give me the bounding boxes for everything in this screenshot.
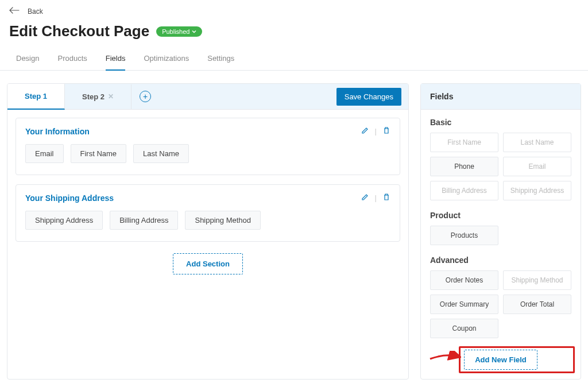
separator: | [375, 127, 377, 136]
fields-panel: Fields Basic First Name Last Name Phone … [420, 83, 581, 380]
field-chip-billing-address[interactable]: Billing Address [110, 211, 178, 230]
trash-icon[interactable] [382, 193, 390, 203]
separator: | [375, 194, 377, 202]
tab-settings[interactable]: Settings [207, 48, 234, 70]
page-title: Edit Checkout Page [9, 22, 149, 40]
panel-chip-billing-address: Billing Address [430, 181, 498, 200]
edit-icon[interactable] [361, 126, 369, 136]
panel-chip-products[interactable]: Products [430, 226, 498, 245]
panel-title: Fields [421, 84, 581, 110]
tab-products[interactable]: Products [57, 48, 87, 70]
add-new-field-button[interactable]: Add New Field [464, 350, 537, 370]
panel-chip-shipping-method: Shipping Method [503, 270, 571, 290]
add-step-button[interactable]: + [131, 91, 159, 102]
tab-optimizations[interactable]: Optimizations [144, 48, 189, 70]
edit-icon[interactable] [361, 193, 369, 203]
back-link[interactable]: Back [28, 7, 43, 16]
panel-chip-order-summary[interactable]: Order Summary [430, 295, 498, 314]
chevron-down-icon [192, 29, 196, 34]
close-icon[interactable]: ✕ [108, 92, 114, 100]
save-button[interactable]: Save Changes [336, 88, 401, 106]
step-tab-2-label: Step 2 [82, 92, 105, 101]
step-tab-1[interactable]: Step 1 [7, 84, 65, 110]
step-tab-2[interactable]: Step 2 ✕ [65, 84, 131, 109]
add-section-button[interactable]: Add Section [173, 253, 243, 274]
section-title: Your Shipping Address [25, 194, 114, 203]
section-title: Your Information [25, 127, 90, 136]
plus-icon: + [140, 91, 151, 102]
panel-chip-email: Email [503, 157, 571, 176]
field-chip-shipping-address[interactable]: Shipping Address [25, 211, 103, 230]
annotation-arrow-icon [429, 351, 461, 363]
panel-chip-last-name: Last Name [503, 133, 571, 152]
back-arrow-icon[interactable] [9, 7, 20, 16]
panel-chip-coupon[interactable]: Coupon [430, 319, 498, 338]
field-chip-firstname[interactable]: First Name [71, 144, 127, 163]
panel-chip-first-name: First Name [430, 133, 498, 152]
section-your-shipping-address: Your Shipping Address | Shipping Address… [16, 184, 400, 242]
panel-chip-shipping-address: Shipping Address [503, 181, 571, 200]
trash-icon[interactable] [382, 126, 390, 136]
tab-fields[interactable]: Fields [106, 48, 126, 71]
panel-chip-order-total[interactable]: Order Total [503, 295, 571, 314]
status-badge-label: Published [162, 28, 189, 35]
panel-group-advanced-title: Advanced [430, 256, 571, 265]
field-chip-email[interactable]: Email [25, 144, 64, 163]
tabs: Design Products Fields Optimizations Set… [0, 48, 588, 71]
builder: Step 1 Step 2 ✕ + Save Changes Your Info… [7, 83, 409, 380]
status-badge[interactable]: Published [156, 26, 202, 37]
tab-design[interactable]: Design [16, 48, 39, 70]
panel-group-product-title: Product [430, 211, 571, 220]
field-chip-lastname[interactable]: Last Name [133, 144, 189, 163]
field-chip-shipping-method[interactable]: Shipping Method [185, 211, 261, 230]
panel-chip-order-notes[interactable]: Order Notes [430, 270, 498, 290]
panel-group-basic-title: Basic [430, 118, 571, 127]
builder-header: Step 1 Step 2 ✕ + Save Changes [7, 84, 408, 110]
section-your-information: Your Information | Email First Name [16, 118, 400, 175]
panel-chip-phone[interactable]: Phone [430, 157, 498, 176]
